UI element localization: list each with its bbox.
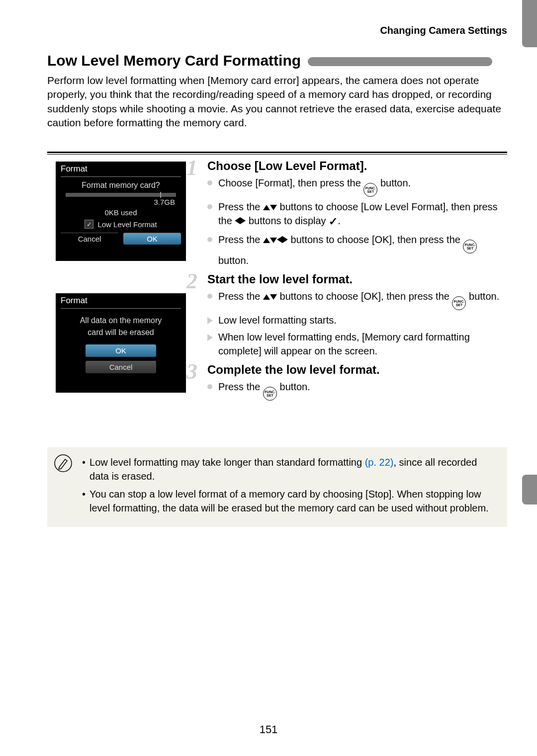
step-title: Complete the low level format.	[207, 363, 507, 377]
step-line: When low level formatting ends, [Memory …	[207, 330, 507, 358]
svg-point-0	[55, 455, 72, 472]
left-arrow-icon	[277, 236, 282, 243]
side-tab-mid	[522, 475, 537, 504]
section-title-bar	[308, 57, 492, 66]
cam1-check-icon: ✓	[85, 220, 93, 229]
func-set-icon: FUNC.SET	[363, 183, 377, 197]
step-number: 1	[186, 155, 197, 180]
page-reference-link[interactable]: (p. 22)	[365, 457, 394, 468]
section-title-row: Low Level Memory Card Formatting	[47, 52, 492, 69]
step-body: Press the buttons to choose [OK], then p…	[207, 289, 507, 358]
intro-text: Perform low level formatting when [Memor…	[47, 74, 507, 130]
step-body: Choose [Format], then press the FUNC.SET…	[207, 176, 507, 267]
round-bullet-icon	[207, 237, 212, 242]
cam2-ok-button: OK	[86, 344, 156, 357]
round-bullet-icon	[207, 294, 212, 299]
cam1-option-label: Low Level Format	[97, 220, 157, 229]
cam2-msg-line2: card will be erased	[88, 328, 154, 336]
cam1-cancel-button: Cancel	[61, 233, 118, 245]
cam1-low-level-row: ✓ Low Level Format	[67, 220, 175, 229]
cam2-title: Format	[56, 293, 186, 307]
cam1-ok-button: OK	[123, 233, 181, 245]
pencil-note-icon	[54, 454, 72, 472]
cam2-cancel-button: Cancel	[86, 361, 156, 373]
cam1-progress-bar	[66, 193, 176, 197]
step-text: Press the buttons to choose [OK], then p…	[218, 233, 507, 267]
step-text: Press the buttons to choose [Low Level F…	[218, 200, 507, 230]
cam2-msg-line1: All data on the memory	[80, 316, 162, 325]
step-line: Press the FUNC.SET button.	[207, 380, 507, 401]
cam1-used: 0KB used	[56, 208, 186, 217]
header-label: Changing Camera Settings	[380, 25, 507, 36]
left-arrow-icon	[235, 217, 240, 224]
steps-container: 1Choose [Low Level Format].Choose [Forma…	[196, 159, 507, 406]
step-number: 2	[186, 268, 197, 294]
step: 3Complete the low level format.Press the…	[196, 363, 507, 401]
cam1-divider	[61, 176, 181, 177]
round-bullet-icon	[207, 180, 212, 185]
step-text: Choose [Format], then press the FUNC.SET…	[218, 176, 507, 197]
cam1-title: Format	[56, 162, 186, 175]
cam1-bar-row	[66, 193, 176, 197]
cam1-button-row: Cancel OK	[61, 233, 181, 245]
right-arrow-icon	[240, 217, 246, 224]
step-line: Choose [Format], then press the FUNC.SET…	[207, 176, 507, 197]
note-bullet: •	[82, 455, 86, 483]
side-tab-top	[522, 0, 537, 47]
divider	[47, 152, 507, 155]
step-text: Press the FUNC.SET button.	[218, 380, 507, 401]
step-text: When low level formatting ends, [Memory …	[218, 330, 507, 358]
step-title: Choose [Low Level Format].	[207, 159, 507, 173]
check-icon: ✓	[329, 214, 338, 230]
step-text: Low level formatting starts.	[218, 313, 507, 327]
up-arrow-icon	[263, 238, 270, 243]
page-number: 151	[0, 723, 537, 736]
up-arrow-icon	[263, 294, 270, 300]
func-set-icon: FUNC.SET	[463, 240, 477, 253]
step-line: Low level formatting starts.	[207, 313, 507, 327]
step-line: Press the buttons to choose [OK], then p…	[207, 233, 507, 267]
cam1-size: 3.7GB	[56, 198, 175, 206]
section-title: Low Level Memory Card Formatting	[47, 52, 301, 69]
right-arrow-icon	[282, 236, 288, 243]
note-text: Low level formatting may take longer tha…	[90, 455, 498, 483]
step: 2Start the low level format.Press the bu…	[196, 272, 507, 358]
step-text: Press the buttons to choose [OK], then p…	[218, 289, 507, 310]
step: 1Choose [Low Level Format].Choose [Forma…	[196, 159, 507, 267]
step-body: Press the FUNC.SET button.	[207, 380, 507, 401]
cam2-message: All data on the memory card will be eras…	[56, 315, 186, 338]
camera-screenshot-confirm: Format All data on the memory card will …	[56, 293, 186, 393]
triangle-bullet-icon	[207, 317, 213, 324]
down-arrow-icon	[270, 238, 277, 243]
camera-screenshot-format: Format Format memory card? 3.7GB 0KB use…	[56, 162, 186, 261]
round-bullet-icon	[207, 204, 212, 209]
step-number: 3	[186, 359, 197, 384]
func-set-icon: FUNC.SET	[263, 387, 277, 401]
round-bullet-icon	[207, 384, 212, 389]
note-box: •Low level formatting may take longer th…	[47, 447, 507, 527]
triangle-bullet-icon	[207, 334, 213, 341]
step-line: Press the buttons to choose [OK], then p…	[207, 289, 507, 310]
cam2-divider	[61, 308, 181, 309]
down-arrow-icon	[270, 294, 277, 300]
up-arrow-icon	[263, 205, 270, 210]
note-bullet: •	[82, 487, 86, 515]
down-arrow-icon	[270, 205, 277, 210]
func-set-icon: FUNC.SET	[452, 296, 466, 310]
cam1-question: Format memory card?	[56, 181, 186, 190]
note-item: •You can stop a low level format of a me…	[82, 487, 498, 515]
step-line: Press the buttons to choose [Low Level F…	[207, 200, 507, 230]
step-title: Start the low level format.	[207, 272, 507, 286]
note-item: •Low level formatting may take longer th…	[82, 455, 498, 483]
note-text: You can stop a low level format of a mem…	[90, 487, 498, 515]
